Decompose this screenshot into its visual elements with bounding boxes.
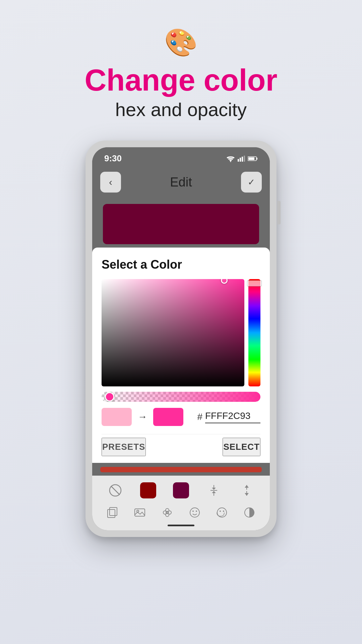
gradient-cursor bbox=[221, 279, 228, 284]
hue-slider[interactable] bbox=[248, 279, 260, 386]
svg-rect-1 bbox=[238, 159, 239, 162]
phone-screen: 9:30 bbox=[92, 147, 270, 530]
wifi-icon bbox=[226, 155, 235, 162]
svg-rect-6 bbox=[248, 157, 254, 160]
sticker-icon bbox=[216, 506, 228, 519]
old-color-swatch bbox=[102, 408, 132, 426]
distribute-v-icon bbox=[207, 484, 221, 497]
hue-thumb bbox=[247, 280, 262, 286]
phone-power-button bbox=[277, 201, 281, 224]
expand-button[interactable] bbox=[237, 481, 256, 500]
screen-title: Edit bbox=[170, 175, 192, 190]
shape-button[interactable] bbox=[158, 503, 177, 522]
distribute-v-button[interactable] bbox=[204, 481, 223, 500]
color-compare-row: → # bbox=[102, 408, 260, 426]
contrast-button[interactable] bbox=[240, 503, 259, 522]
copy-button[interactable] bbox=[103, 503, 122, 522]
color-red-button[interactable] bbox=[139, 481, 158, 500]
new-color-swatch bbox=[153, 408, 183, 426]
opacity-slider-row[interactable] bbox=[102, 392, 260, 402]
dialog-title: Select a Color bbox=[102, 258, 260, 272]
sticker-button[interactable] bbox=[213, 503, 231, 522]
block-icon bbox=[109, 484, 122, 497]
phone-mockup: 9:30 bbox=[85, 141, 277, 537]
bottom-toolbar bbox=[92, 476, 270, 530]
color-picker-dialog: Select a Color bbox=[92, 248, 270, 463]
status-icons bbox=[226, 155, 258, 162]
color-dot-red bbox=[140, 482, 156, 498]
check-icon: ✓ bbox=[248, 177, 255, 187]
home-indicator bbox=[168, 525, 194, 526]
battery-icon bbox=[248, 155, 258, 162]
emoji-button[interactable] bbox=[185, 503, 204, 522]
svg-point-29 bbox=[192, 511, 194, 512]
emoji-icon bbox=[188, 506, 201, 519]
hex-hash-label: # bbox=[197, 412, 202, 422]
expand-icon bbox=[240, 484, 253, 497]
svg-rect-19 bbox=[108, 509, 115, 518]
color-swatches: → bbox=[102, 408, 183, 426]
toolbar-row1 bbox=[99, 481, 263, 500]
svg-rect-7 bbox=[256, 158, 257, 160]
app-title: Change color bbox=[84, 65, 277, 95]
color-dot-purple bbox=[173, 482, 189, 498]
svg-point-0 bbox=[230, 161, 231, 162]
gradient-canvas[interactable] bbox=[102, 279, 244, 386]
signal-icon bbox=[238, 155, 245, 162]
svg-rect-21 bbox=[135, 509, 145, 516]
svg-marker-18 bbox=[245, 493, 249, 496]
svg-rect-3 bbox=[242, 157, 243, 162]
svg-rect-4 bbox=[244, 156, 245, 162]
contrast-icon bbox=[243, 506, 256, 519]
svg-marker-13 bbox=[212, 491, 216, 493]
hex-input-group[interactable]: # bbox=[197, 411, 260, 423]
svg-marker-16 bbox=[245, 485, 249, 488]
hex-input[interactable] bbox=[205, 411, 260, 423]
back-button[interactable]: ‹ bbox=[100, 172, 121, 193]
opacity-slider-track[interactable] bbox=[102, 392, 260, 402]
svg-point-28 bbox=[190, 508, 199, 517]
image-button[interactable] bbox=[130, 503, 149, 522]
copy-icon bbox=[106, 506, 119, 519]
select-button[interactable]: SELECT bbox=[223, 438, 260, 456]
color-purple-button[interactable] bbox=[172, 481, 190, 500]
status-bar: 9:30 bbox=[92, 147, 270, 167]
opacity-gradient-overlay bbox=[102, 392, 260, 402]
back-icon: ‹ bbox=[109, 176, 112, 188]
confirm-button[interactable]: ✓ bbox=[241, 172, 262, 193]
toolbar-row2 bbox=[99, 503, 263, 522]
app-subtitle: hex and opacity bbox=[115, 99, 247, 120]
color-preview-swatch bbox=[103, 204, 259, 244]
svg-point-30 bbox=[196, 511, 197, 512]
palette-icon: 🎨 bbox=[164, 27, 198, 58]
dialog-actions: PRESETS SELECT bbox=[102, 434, 260, 456]
header-section: 🎨 Change color hex and opacity bbox=[84, 27, 277, 120]
app-bar: ‹ Edit ✓ bbox=[92, 167, 270, 197]
flower-icon bbox=[161, 506, 174, 519]
arrow-icon: → bbox=[138, 412, 147, 422]
svg-marker-11 bbox=[212, 488, 216, 490]
presets-button[interactable]: PRESETS bbox=[102, 438, 146, 456]
svg-line-9 bbox=[111, 486, 120, 495]
svg-rect-2 bbox=[240, 158, 241, 162]
no-action-button[interactable] bbox=[106, 481, 125, 500]
opacity-thumb bbox=[105, 392, 114, 401]
svg-point-22 bbox=[137, 510, 139, 512]
color-picker-main[interactable] bbox=[102, 279, 260, 386]
svg-point-32 bbox=[220, 511, 221, 512]
svg-rect-20 bbox=[110, 507, 117, 516]
status-time: 9:30 bbox=[104, 153, 122, 164]
image-icon bbox=[133, 506, 146, 519]
svg-point-33 bbox=[223, 511, 224, 512]
content-area: Select a Color bbox=[92, 197, 270, 463]
